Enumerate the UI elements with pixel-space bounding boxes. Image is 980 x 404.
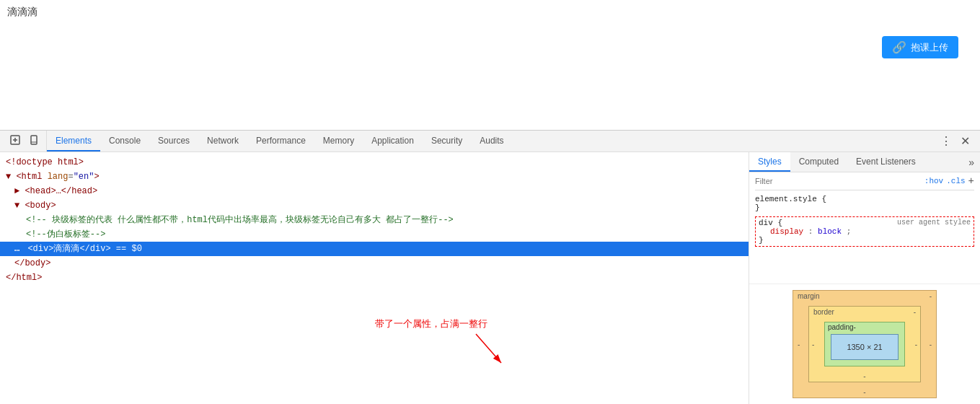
filter-row: :hov .cls + xyxy=(755,175,974,190)
devtools-panel: Elements Console Sources Network Perform… xyxy=(0,130,980,404)
html-line-doctype: <!doctype html> xyxy=(0,155,749,170)
margin-dash-top: - xyxy=(930,292,932,300)
border-bottom: - xyxy=(863,372,865,380)
html-line-head: ► <head>…</head> xyxy=(0,184,749,198)
tab-elements[interactable]: Elements xyxy=(47,131,100,152)
tab-application[interactable]: Application xyxy=(363,131,423,152)
tab-performance[interactable]: Performance xyxy=(247,131,314,152)
style-rule-source: user agent stylee xyxy=(897,219,971,227)
margin-label: margin xyxy=(798,292,820,300)
right-tab-more[interactable]: » xyxy=(963,152,980,172)
tab-console[interactable]: Console xyxy=(100,131,149,152)
tab-event-listeners[interactable]: Event Listeners xyxy=(847,152,924,172)
html-line-body-open: ▼ <body> xyxy=(0,198,749,213)
page-title: 滴滴滴 xyxy=(7,6,37,19)
device-icon[interactable] xyxy=(26,133,42,149)
upload-icon: 🔗 xyxy=(892,40,906,54)
prop-value: block xyxy=(818,227,842,236)
upload-button-label: 抱课上传 xyxy=(911,41,948,54)
filter-cls[interactable]: .cls xyxy=(946,177,965,185)
devtools-main: <!doctype html> ▼ <html lang="en"> ► <he… xyxy=(0,152,980,404)
style-rule-prop: display : block ; xyxy=(770,227,971,236)
box-content: 1350 × 21 xyxy=(831,334,899,360)
filter-plus[interactable]: + xyxy=(968,175,974,187)
html-line-body-close: </body> xyxy=(0,256,749,271)
page-area: 滴滴滴 🔗 抱课上传 xyxy=(0,0,980,130)
upload-button[interactable]: 🔗 抱课上传 xyxy=(882,36,958,58)
prop-name: display xyxy=(770,227,803,236)
border-label: border xyxy=(813,308,834,316)
styles-panel: :hov .cls + element.style { } div { user… xyxy=(749,172,980,284)
style-rule-close: } xyxy=(755,203,974,212)
filter-input[interactable] xyxy=(755,177,924,185)
right-panel: Styles Computed Event Listeners » :hov .… xyxy=(749,152,980,404)
html-line-comment1: <!-- 块级标签的代表 什么属性都不带，html代码中出场率最高，块级标签无论… xyxy=(0,213,749,227)
devtools-toolbar: Elements Console Sources Network Perform… xyxy=(0,131,980,152)
tab-computed[interactable]: Computed xyxy=(790,152,847,172)
margin-bottom: - xyxy=(863,388,865,396)
tab-audits[interactable]: Audits xyxy=(471,131,512,152)
close-devtools-button[interactable]: ✕ xyxy=(958,133,973,149)
svg-rect-3 xyxy=(31,136,37,144)
style-rule-div-selector: div { xyxy=(759,219,782,227)
html-line-div-selected[interactable]: … <div>滴滴滴</div> == $0 xyxy=(0,242,749,256)
devtools-tabs: Elements Console Sources Network Perform… xyxy=(47,131,933,152)
style-rule-div-header: div { user agent stylee xyxy=(759,219,971,227)
box-size: 1350 × 21 xyxy=(847,343,882,351)
right-panel-tabs: Styles Computed Event Listeners » xyxy=(749,152,980,172)
html-line-html-open: ▼ <html lang="en"> xyxy=(0,170,749,184)
style-rule-div-close: } xyxy=(759,236,971,245)
margin-left: - xyxy=(798,341,800,348)
box-model-container: margin - - - - border - - - - xyxy=(793,290,937,398)
devtools-more: ⋮ ✕ xyxy=(933,131,977,152)
style-rule-selector: element.style { xyxy=(755,195,974,203)
padding-label: padding- xyxy=(828,323,856,331)
devtools-icons xyxy=(3,131,47,152)
more-options-button[interactable]: ⋮ xyxy=(937,133,955,149)
margin-right: - xyxy=(930,341,932,348)
tab-network[interactable]: Network xyxy=(198,131,247,152)
inspect-icon[interactable] xyxy=(7,133,23,149)
html-line-comment2: <!--伪白板标签--> xyxy=(0,227,749,242)
border-dash-top: - xyxy=(914,308,916,316)
tab-security[interactable]: Security xyxy=(423,131,471,152)
box-padding: padding- 1350 × 21 xyxy=(824,322,905,366)
box-model: margin - - - - border - - - - xyxy=(749,284,980,404)
border-left: - xyxy=(812,341,814,348)
filter-hov[interactable]: :hov xyxy=(924,177,943,185)
html-panel[interactable]: <!doctype html> ▼ <html lang="en"> ► <he… xyxy=(0,152,749,404)
border-right: - xyxy=(915,341,917,348)
tab-styles[interactable]: Styles xyxy=(749,152,790,172)
tab-memory[interactable]: Memory xyxy=(314,131,363,152)
html-line-html-close: </html> xyxy=(0,271,749,285)
style-rule-div: div { user agent stylee display : block … xyxy=(755,216,974,247)
style-rule-element: element.style { } xyxy=(755,195,974,212)
tab-sources[interactable]: Sources xyxy=(149,131,198,152)
